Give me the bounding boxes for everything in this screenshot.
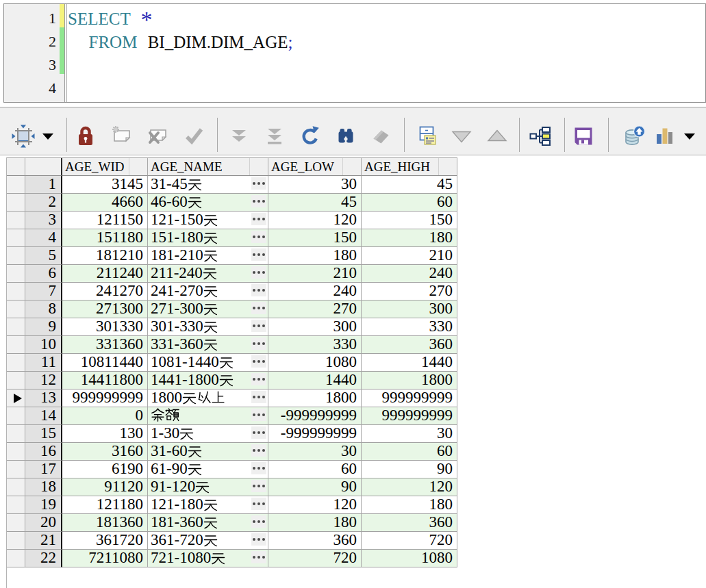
row-indicator-cell[interactable]: [7, 176, 25, 194]
cell-age-high[interactable]: 180: [362, 229, 457, 247]
grid-row-13[interactable]: 1399999999918001800999999999: [7, 389, 457, 407]
grid-row-20[interactable]: 20181360181-360180360: [7, 514, 457, 532]
row-number-cell[interactable]: 5: [25, 247, 62, 265]
cell-age-name[interactable]: 121-180: [148, 496, 268, 514]
row-indicator-cell[interactable]: [7, 443, 25, 461]
cell-ellipsis-button[interactable]: [251, 409, 266, 421]
cell-age-low[interactable]: 720: [268, 550, 362, 567]
cell-age-wid[interactable]: 0: [62, 407, 148, 425]
cell-age-name[interactable]: 121-150: [148, 212, 268, 229]
cell-age-wid[interactable]: 301330: [62, 318, 148, 336]
previous-record-button[interactable]: [449, 124, 474, 149]
cell-age-name[interactable]: 1-30: [148, 425, 268, 443]
cell-age-high[interactable]: 90: [362, 461, 457, 478]
cell-age-name[interactable]: 181-210: [148, 247, 268, 265]
cell-ellipsis-button[interactable]: [251, 213, 266, 225]
row-indicator-cell[interactable]: [7, 461, 25, 478]
row-number-cell[interactable]: 16: [25, 443, 62, 461]
grid-row-15[interactable]: 151301-30-99999999930: [7, 425, 457, 443]
row-indicator-cell[interactable]: [7, 532, 25, 550]
cell-age-wid[interactable]: 6190: [62, 461, 148, 478]
cell-age-low[interactable]: 180: [268, 514, 362, 532]
cell-age-name[interactable]: 211-240: [148, 265, 268, 283]
row-indicator-cell[interactable]: [7, 301, 25, 318]
cell-age-high[interactable]: 300: [362, 301, 457, 318]
cell-age-wid[interactable]: 181360: [62, 514, 148, 532]
cell-ellipsis-button[interactable]: [251, 195, 266, 207]
cell-age-high[interactable]: 210: [362, 247, 457, 265]
cell-age-high[interactable]: 720: [362, 532, 457, 550]
grid-row-6[interactable]: 6211240211-240210240: [7, 265, 457, 283]
cell-age-high[interactable]: 150: [362, 212, 457, 229]
grid-row-9[interactable]: 9301330301-330300330: [7, 318, 457, 336]
cell-age-name[interactable]: 1800: [148, 389, 268, 407]
cell-age-high[interactable]: 330: [362, 318, 457, 336]
cell-age-high[interactable]: 45: [362, 176, 457, 194]
cell-age-low[interactable]: 120: [268, 212, 362, 229]
row-number-cell[interactable]: 2: [25, 194, 62, 212]
sql-editor[interactable]: 1234 SELECT * FROM BI_DIM.DIM_AGE;: [3, 3, 706, 103]
cell-age-wid[interactable]: 151180: [62, 229, 148, 247]
cell-ellipsis-button[interactable]: [251, 355, 266, 368]
grid-row-22[interactable]: 227211080721-10807201080: [7, 550, 457, 567]
row-indicator-cell[interactable]: [7, 425, 25, 443]
fetch-next-page-button[interactable]: [227, 124, 251, 149]
cell-age-wid[interactable]: 130: [62, 425, 148, 443]
row-indicator-cell[interactable]: [7, 354, 25, 372]
row-indicator-cell[interactable]: [7, 283, 25, 301]
row-number-cell[interactable]: 20: [25, 514, 62, 532]
cell-age-name[interactable]: 61-90: [148, 461, 268, 478]
row-number-cell[interactable]: 14: [25, 407, 62, 425]
column-header-age-low[interactable]: AGE_LOW: [268, 158, 362, 176]
cell-age-wid[interactable]: 241270: [62, 283, 148, 301]
cell-age-name[interactable]: 1081-1440: [148, 354, 268, 372]
cell-age-low[interactable]: -999999999: [268, 407, 362, 425]
grid-row-21[interactable]: 21361720361-720360720: [7, 532, 457, 550]
cell-age-name[interactable]: 331-360: [148, 336, 268, 354]
cell-age-low[interactable]: 270: [268, 301, 362, 318]
cell-age-wid[interactable]: 331360: [62, 336, 148, 354]
chart-button[interactable]: [653, 124, 677, 149]
cell-age-name[interactable]: 271-300: [148, 301, 268, 318]
cell-age-wid[interactable]: 121150: [62, 212, 148, 229]
row-indicator-cell[interactable]: [7, 229, 25, 247]
cell-ellipsis-button[interactable]: [251, 337, 266, 350]
row-number-cell[interactable]: 10: [25, 336, 62, 354]
cell-age-low[interactable]: 330: [268, 336, 362, 354]
cell-age-low[interactable]: 90: [268, 478, 362, 496]
cell-age-high[interactable]: 270: [362, 283, 457, 301]
cell-age-wid[interactable]: 14411800: [62, 372, 148, 389]
cell-age-name[interactable]: 31-45: [148, 176, 268, 194]
cell-age-low[interactable]: 45: [268, 194, 362, 212]
row-number-cell[interactable]: 3: [25, 212, 62, 229]
row-number-cell[interactable]: 18: [25, 478, 62, 496]
cell-age-high[interactable]: 240: [362, 265, 457, 283]
cell-ellipsis-button[interactable]: [251, 284, 266, 296]
cell-age-name[interactable]: 181-360: [148, 514, 268, 532]
cell-age-name[interactable]: 151-180: [148, 229, 268, 247]
row-indicator-cell[interactable]: [7, 514, 25, 532]
cell-ellipsis-button[interactable]: [251, 551, 266, 563]
row-number-cell[interactable]: 13: [25, 389, 62, 407]
cell-ellipsis-button[interactable]: [251, 426, 266, 439]
grid-row-7[interactable]: 7241270241-270240270: [7, 283, 457, 301]
grid-row-2[interactable]: 2466046-604560: [7, 194, 457, 212]
row-number-cell[interactable]: 4: [25, 229, 62, 247]
cell-age-high[interactable]: 180: [362, 496, 457, 514]
row-number-cell[interactable]: 22: [25, 550, 62, 567]
edit-data-lock-button[interactable]: [73, 124, 98, 149]
cell-ellipsis-button[interactable]: [251, 498, 266, 510]
row-number-cell[interactable]: 1: [25, 176, 62, 194]
cell-ellipsis-button[interactable]: [251, 320, 266, 332]
cell-age-low[interactable]: 1080: [268, 354, 362, 372]
cell-ellipsis-button[interactable]: [251, 462, 266, 474]
save-results-button[interactable]: [571, 124, 596, 149]
cell-age-name[interactable]: 721-1080: [148, 550, 268, 567]
row-number-cell[interactable]: 15: [25, 425, 62, 443]
row-indicator-cell[interactable]: [7, 389, 25, 407]
cell-ellipsis-button[interactable]: [251, 302, 266, 314]
cell-age-wid[interactable]: 181210: [62, 247, 148, 265]
cell-ellipsis-button[interactable]: [251, 177, 266, 190]
cell-ellipsis-button[interactable]: [251, 444, 266, 457]
cell-age-low[interactable]: 30: [268, 443, 362, 461]
